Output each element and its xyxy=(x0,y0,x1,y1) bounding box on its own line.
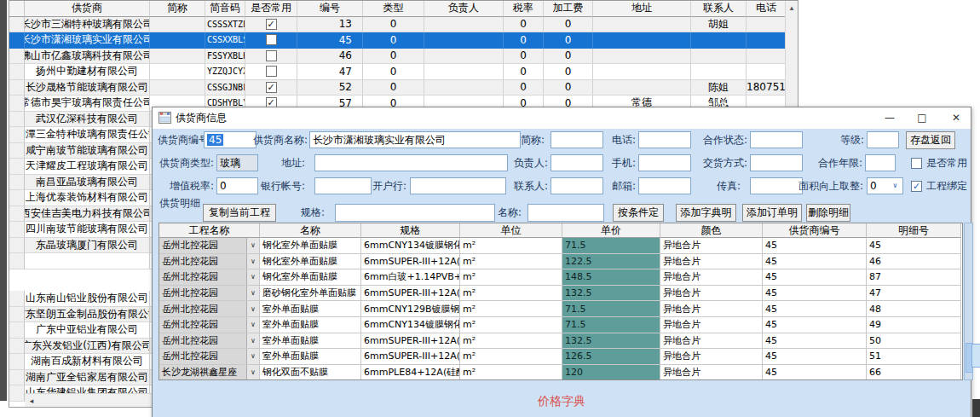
detail-column-header-1[interactable]: 名称 xyxy=(260,223,361,238)
address-input[interactable] xyxy=(314,154,508,171)
add-dict-detail-button[interactable]: 添加字典明细 xyxy=(676,204,736,222)
table-row[interactable]: 长沙市潇湘玻璃实业有限公司CSSXXBLSY..45000 xyxy=(9,32,798,49)
chevron-down-icon[interactable]: ∨ xyxy=(246,254,259,269)
spec-filter-input[interactable] xyxy=(335,204,495,222)
coop-status-input[interactable] xyxy=(750,131,803,148)
minimize-button[interactable]: — xyxy=(877,107,902,128)
scroll-left-icon[interactable]: ◂ xyxy=(25,397,38,405)
table-row[interactable]: 岳州北控花园∨磨砂钢化室外单面贴膜6mmSUPER-III+12A(硅...m²… xyxy=(159,286,962,302)
table-row[interactable]: 岳州北控花园∨钢化室外单面贴膜6mmCNY134镀膜钢化m²71.5异地合片45… xyxy=(159,238,962,254)
column-header-11[interactable]: 电话 xyxy=(747,1,787,17)
row-header-cell[interactable] xyxy=(9,49,25,65)
bank-branch-input[interactable] xyxy=(410,177,506,194)
row-header-cell[interactable] xyxy=(9,322,25,339)
table-row[interactable]: 扬州中勤建材有限公司YZZQJCYXGS47000 xyxy=(9,64,798,80)
table-row[interactable]: 岳州北控花园∨钢化室外单面贴膜6mm白玻+1.14PVB+6mm...m²148… xyxy=(159,269,962,286)
column-header-3[interactable]: 是否常用 xyxy=(245,1,297,17)
row-header-cell[interactable] xyxy=(9,307,25,323)
is-common-checkbox[interactable]: 是否常用 xyxy=(911,154,967,171)
scroll-up-icon[interactable]: ▴ xyxy=(790,3,794,12)
column-header-7[interactable]: 税率 xyxy=(504,1,544,17)
save-return-button[interactable]: 存盘返回 xyxy=(906,131,955,149)
table-row[interactable]: 岳州北控花园∨室外单面贴膜6mmSUPER-III+12A(硅...m²132.… xyxy=(159,333,962,350)
grade-input[interactable] xyxy=(867,131,899,148)
delivery-method-input[interactable] xyxy=(750,154,803,171)
table-row[interactable]: 佛山市亿鑫玻璃科技有限公司FSSYXBLKJ..46000 xyxy=(9,49,798,65)
chevron-down-icon[interactable]: ∨ xyxy=(246,365,259,380)
row-header-cell[interactable] xyxy=(9,64,25,80)
row-header-cell[interactable] xyxy=(9,17,25,33)
manager-input[interactable] xyxy=(551,154,603,171)
row-header-cell[interactable] xyxy=(9,32,25,49)
table-row[interactable]: 岳州北控花园∨室外单面贴膜6mmCNY129B镀膜钢化m²71.5异地合片454… xyxy=(159,301,962,317)
row-header-cell[interactable] xyxy=(9,206,25,223)
row-header-cell[interactable] xyxy=(9,385,25,402)
table-row[interactable]: 岳州北控花园∨钢化室外单面贴膜6mmSUPER-III+12A(硅...m²12… xyxy=(159,254,962,270)
phone-input[interactable] xyxy=(638,131,691,148)
detail-column-header-4[interactable]: 单价 xyxy=(562,223,660,238)
detail-cell[interactable]: 岳州北控花园∨ xyxy=(159,269,260,286)
detail-cell[interactable]: 岳州北控花园∨ xyxy=(159,317,260,333)
column-header-2[interactable]: 简音码 xyxy=(205,1,245,17)
detail-column-header-5[interactable]: 颜色 xyxy=(660,223,763,238)
detail-column-header-2[interactable]: 规格 xyxy=(361,223,460,238)
supplier-name-input[interactable]: 长沙市潇湘玻璃实业有限公司 xyxy=(309,131,521,148)
detail-cell[interactable]: 岳州北控花园∨ xyxy=(159,286,260,302)
chevron-down-icon[interactable]: ∨ xyxy=(246,349,259,364)
row-header-cell[interactable] xyxy=(9,222,25,238)
supplier-type-input[interactable]: 玻璃 xyxy=(216,154,258,171)
detail-cell[interactable]: 长沙龙湖祺鑫星座∨ xyxy=(159,365,260,380)
detail-cell[interactable]: 岳州北控花园∨ xyxy=(159,349,260,365)
common-checkbox[interactable] xyxy=(266,34,277,45)
row-header-cell[interactable] xyxy=(9,354,25,370)
detail-column-header-7[interactable]: 明细号 xyxy=(867,223,961,238)
table-row[interactable]: 长沙市三湘特种玻璃有限公司CSSSXTZBL..✓13000胡姐 xyxy=(9,17,798,33)
project-bind-checkbox[interactable]: ✓ 工程绑定 xyxy=(911,177,967,194)
add-order-detail-button[interactable]: 添加订单明细 xyxy=(742,204,802,222)
name-filter-input[interactable] xyxy=(527,204,604,222)
common-checkbox[interactable]: ✓ xyxy=(266,82,277,93)
chevron-down-icon[interactable]: ∨ xyxy=(246,301,259,316)
row-header-cell[interactable] xyxy=(9,112,25,128)
table-row[interactable]: 长沙晟格节能玻璃有限公司CSSGJNBLYXGS✓52000陈姐180751 xyxy=(9,80,798,96)
row-header-cell[interactable] xyxy=(9,190,25,206)
table-row[interactable]: 长沙龙湖祺鑫星座∨钢化双面不贴膜6mmPLE84+12A(硅酮胶...m²120… xyxy=(159,365,962,380)
row-header-cell[interactable] xyxy=(9,253,25,269)
row-header-cell[interactable] xyxy=(9,80,25,96)
chevron-down-icon[interactable]: ∨ xyxy=(246,269,259,285)
bank-account-input[interactable] xyxy=(314,177,372,194)
row-header-cell[interactable] xyxy=(9,159,25,175)
mobile-input[interactable] xyxy=(638,154,691,171)
row-header-cell[interactable] xyxy=(9,370,25,386)
row-header-cell[interactable] xyxy=(9,127,25,143)
row-header-cell[interactable] xyxy=(9,143,25,159)
column-header-0[interactable]: 供货商 xyxy=(25,1,150,17)
dialog-titlebar[interactable]: 供货商信息 — □ ✕ xyxy=(153,107,971,129)
chevron-down-icon[interactable]: ∨ xyxy=(890,180,901,192)
common-checkbox[interactable] xyxy=(266,66,277,77)
detail-column-header-6[interactable]: 供货商编号 xyxy=(763,223,867,238)
vat-rate-input[interactable]: 0 xyxy=(216,177,258,194)
column-header-5[interactable]: 类型 xyxy=(363,1,424,17)
area-round-up-combobox[interactable]: 0 ∨ xyxy=(867,177,903,194)
email-input[interactable] xyxy=(638,177,691,194)
column-header-4[interactable]: 编号 xyxy=(297,1,363,17)
chevron-down-icon[interactable]: ∨ xyxy=(246,333,259,349)
maximize-button[interactable]: □ xyxy=(909,107,935,128)
column-header-8[interactable]: 加工费 xyxy=(544,1,593,17)
column-header-9[interactable]: 地址 xyxy=(593,1,691,17)
chevron-down-icon[interactable]: ∨ xyxy=(246,317,259,333)
detail-cell[interactable]: 岳州北控花园∨ xyxy=(159,254,260,270)
coop-years-input[interactable] xyxy=(865,154,896,171)
detail-cell[interactable]: 岳州北控花园∨ xyxy=(159,238,260,254)
close-button[interactable]: ✕ xyxy=(943,107,969,128)
table-row[interactable]: 岳州北控花园∨室外单面贴膜6mmSUPER-III+12A(硅...m²126.… xyxy=(159,349,962,365)
detail-column-header-3[interactable]: 单位 xyxy=(460,223,562,238)
detail-column-header-0[interactable]: 工程名称 xyxy=(159,223,260,238)
chevron-down-icon[interactable]: ∨ xyxy=(246,286,259,301)
contact-input[interactable] xyxy=(551,177,603,194)
locate-by-condition-button[interactable]: 按条件定位 xyxy=(613,204,664,222)
column-header-6[interactable]: 负责人 xyxy=(424,1,504,17)
abbr-input[interactable] xyxy=(551,131,603,148)
row-header-cell[interactable] xyxy=(9,96,25,112)
